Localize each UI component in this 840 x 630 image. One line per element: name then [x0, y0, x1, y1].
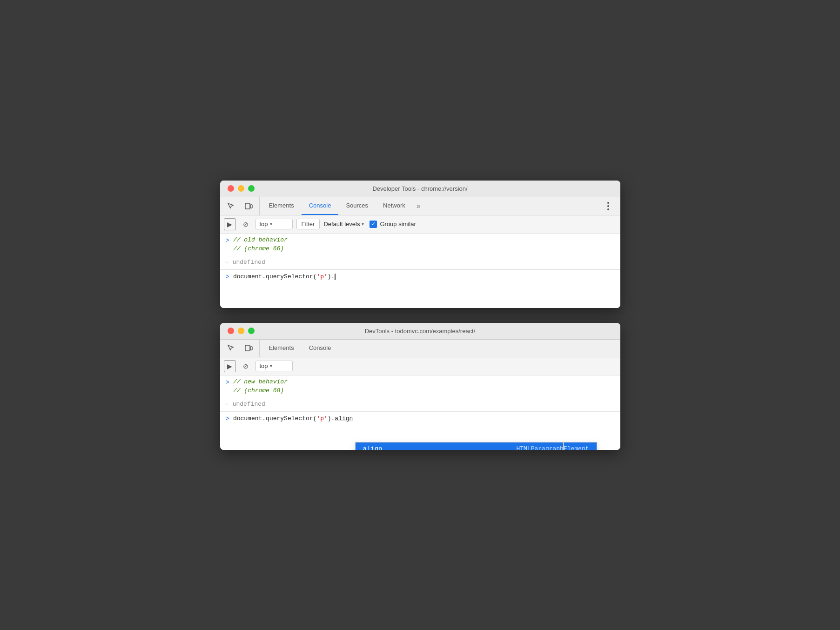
clear-console-button-2[interactable]: ⊘ — [240, 360, 252, 372]
maximize-button-1[interactable] — [248, 185, 255, 192]
console-prompt-input: > — [226, 236, 229, 246]
tab-bar-2: Elements Console — [220, 340, 620, 357]
tab-bar-1: Elements Console Sources Network » — [220, 197, 620, 215]
devtools-window-2: DevTools - todomvc.com/examples/react/ E… — [220, 323, 620, 450]
tab-console-2[interactable]: Console — [302, 340, 339, 357]
tab-bar-right-1 — [600, 197, 617, 215]
inspector-icon[interactable] — [224, 199, 238, 213]
console-content-2: > // new behavior // (chrome 68) ← undef… — [220, 375, 620, 450]
tab-console-1[interactable]: Console — [302, 197, 339, 215]
console-comment-line2: // (chrome 66) — [233, 244, 288, 254]
svg-rect-3 — [250, 347, 252, 350]
console-line-return-2: ← undefined — [220, 398, 620, 411]
console-line-return-1: ← undefined — [220, 256, 620, 269]
execute-script-button-2[interactable]: ▶ — [224, 360, 236, 372]
levels-dropdown-arrow: ▾ — [362, 221, 364, 227]
console-return-value-1: undefined — [233, 258, 265, 267]
execute-script-button-1[interactable]: ▶ — [224, 218, 236, 230]
console-prompt-input-2: > — [226, 378, 229, 388]
context-selector-2[interactable]: top ▾ — [255, 361, 293, 371]
console-return-prompt-2: ← — [226, 400, 229, 409]
close-button-2[interactable] — [228, 328, 234, 334]
menu-dot — [607, 205, 609, 207]
console-return-prompt: ← — [226, 258, 229, 267]
svg-rect-0 — [245, 203, 250, 209]
tab-elements-2[interactable]: Elements — [262, 340, 302, 357]
tab-network-1[interactable]: Network — [376, 197, 413, 215]
maximize-button-2[interactable] — [248, 328, 255, 334]
close-button-1[interactable] — [228, 185, 234, 192]
devtools-window-1: Developer Tools - chrome://version/ Elem… — [220, 181, 620, 308]
svg-rect-1 — [250, 205, 252, 208]
console-input-text-2: document.querySelector('p').align — [233, 415, 353, 422]
console-line-comment-1: > // old behavior // (chrome 66) — [220, 234, 620, 256]
title-bar-2: DevTools - todomvc.com/examples/react/ — [220, 323, 620, 340]
clear-console-button-1[interactable]: ⊘ — [240, 218, 252, 230]
devtools-icons-2 — [224, 340, 260, 357]
menu-dot — [607, 202, 609, 204]
console-toolbar-2: ▶ ⊘ top ▾ — [220, 357, 620, 375]
inspector-icon-2[interactable] — [224, 341, 238, 355]
minimize-button-1[interactable] — [238, 185, 244, 192]
context-dropdown-arrow: ▾ — [270, 221, 272, 227]
levels-selector-1[interactable]: Default levels ▾ — [323, 221, 364, 228]
console-input-prompt-1: > — [226, 273, 229, 281]
window-title-2: DevTools - todomvc.com/examples/react/ — [228, 328, 613, 335]
console-comment-new-line2: // (chrome 68) — [233, 386, 288, 395]
window-controls-1 — [228, 185, 255, 192]
console-comment-line1: // old behavior — [233, 235, 288, 245]
tab-elements-1[interactable]: Elements — [262, 197, 302, 215]
group-similar-checkbox-1[interactable]: ✓ — [370, 221, 377, 228]
window-controls-2 — [228, 328, 255, 334]
group-similar-label-1: Group similar — [380, 221, 416, 228]
device-icon[interactable] — [242, 199, 255, 213]
ac-item-type-align: HTMLParagraphElement — [516, 445, 589, 450]
console-content-1: > // old behavior // (chrome 66) ← undef… — [220, 234, 620, 308]
tab-more-1[interactable]: » — [413, 197, 424, 215]
devtools-icons-1 — [224, 197, 260, 215]
minimize-button-2[interactable] — [238, 328, 244, 334]
console-input-area-1[interactable]: > document.querySelector('p'). — [220, 269, 620, 283]
tab-sources-1[interactable]: Sources — [338, 197, 376, 215]
console-toolbar-1: ▶ ⊘ top ▾ Filter Default levels ▾ ✓ Grou… — [220, 215, 620, 234]
console-comment-new-line1: // new behavior — [233, 377, 288, 387]
group-similar-wrap-1: ✓ Group similar — [370, 221, 416, 228]
ac-item-name-align: align — [363, 445, 517, 450]
window-title-1: Developer Tools - chrome://version/ — [228, 185, 613, 192]
console-cursor-1 — [335, 274, 336, 280]
filter-button-1[interactable]: Filter — [296, 219, 320, 229]
context-dropdown-arrow-2: ▾ — [270, 363, 272, 369]
context-selector-1[interactable]: top ▾ — [255, 219, 293, 229]
devtools-menu-button-1[interactable] — [602, 200, 615, 213]
console-input-area-2[interactable]: > document.querySelector('p').align — [220, 411, 620, 425]
console-input-text-1: document.querySelector('p'). — [233, 273, 335, 280]
svg-rect-2 — [245, 345, 250, 351]
autocomplete-item-align[interactable]: align HTMLParagraphElement — [356, 442, 597, 450]
device-icon-2[interactable] — [242, 341, 255, 355]
console-return-value-2: undefined — [233, 400, 265, 409]
autocomplete-divider — [563, 442, 564, 450]
title-bar-1: Developer Tools - chrome://version/ — [220, 181, 620, 197]
menu-dot — [607, 208, 609, 210]
console-input-prompt-2: > — [226, 415, 229, 422]
console-line-comment-2: > // new behavior // (chrome 68) — [220, 375, 620, 398]
autocomplete-dropdown: align HTMLParagraphElement constructor a… — [355, 442, 597, 450]
